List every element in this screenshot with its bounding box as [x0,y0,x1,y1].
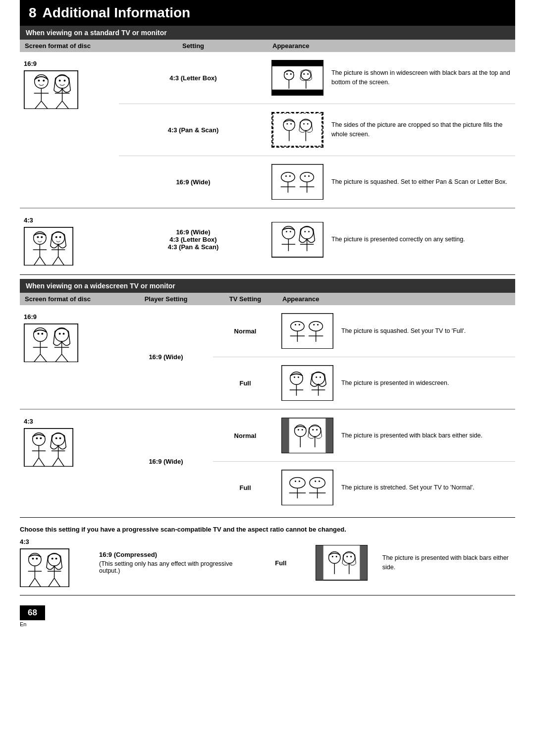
svg-point-109 [316,377,317,378]
progressive-thumb [20,548,69,587]
page-lang: En [20,621,515,627]
player-setting-wide-43-label: 16:9 (Wide) [149,458,183,465]
appear-text-normal-1: The picture is squashed. Set your TV to … [337,305,515,357]
col-header-format-w: Screen format of disc [20,293,119,305]
people-svg-wide [24,71,78,109]
progressive-section: 4:3 [20,538,515,595]
appear-text-full-2: The picture is stretched. Set your TV to… [337,462,515,514]
setting-letterbox-label: 4:3 (Letter Box) [169,74,216,82]
setting-cell-wide-std: 16:9 (Wide) [119,156,268,209]
progressive-people-svg [20,549,69,587]
thumb-blackbars-w [281,418,333,453]
player-setting-wide-w-label: 16:9 (Wide) [149,353,183,361]
svg-point-170 [332,556,333,557]
col-header-appearance-w: Appearance [277,293,515,305]
people-svg-43 [24,227,73,265]
svg-rect-37 [272,164,323,200]
svg-point-146 [315,481,316,482]
format-cell-43-w: 4:3 [20,409,119,513]
table-row: 16:9 [20,305,515,357]
svg-point-68 [290,231,291,232]
format-label-169: 16:9 [24,60,115,67]
appear-img-normal-2 [277,409,337,462]
svg-point-35 [303,123,305,125]
svg-rect-18 [272,90,323,96]
svg-point-147 [319,481,320,482]
svg-point-62 [59,236,61,238]
widescreen-tv-table: Screen format of disc Player Setting TV … [20,293,515,513]
standard-tv-header: When viewing on a standard TV or monitor [20,26,515,40]
progressive-appear-svg [316,545,367,580]
player-setting-wide-w: 16:9 (Wide) [119,305,213,409]
section-divider [20,274,515,275]
format-cell-43-std: 4:3 [20,208,119,270]
svg-point-125 [59,437,61,439]
thumb-43-disc [24,227,73,266]
tv-setting-full-2: Full [213,462,277,514]
svg-rect-165 [360,545,367,580]
svg-point-110 [320,377,321,378]
letterbox-svg [272,60,323,96]
svg-point-88 [63,332,65,334]
setting-cell-panscan: 4:3 (Pan & Scan) [119,104,268,156]
svg-point-67 [286,231,287,232]
player-setting-wide-43: 16:9 (Wide) [119,409,213,513]
svg-point-61 [55,236,57,238]
tv-setting-normal-1: Normal [213,305,277,357]
svg-point-44 [285,175,287,177]
appear-text-normal-2: The picture is presented with black bars… [337,409,515,462]
svg-rect-128 [325,418,333,453]
setting-43-wide-label: 16:9 (Wide) [123,228,264,236]
svg-point-45 [289,175,291,177]
col-header-player-setting: Player Setting [119,293,213,305]
svg-point-55 [41,236,43,238]
thumb-43-all [271,222,323,258]
progressive-setting-col: 16:9 (Compressed) (This setting only has… [99,551,246,574]
table-row: 4:3 [20,208,515,270]
thumb-squashed-w [281,313,333,349]
svg-point-145 [299,481,300,482]
page-footer: 68 En [20,605,515,657]
table-row: 4:3 [20,409,515,462]
progressive-format-col: 4:3 [20,538,89,587]
thumb-wide-std [271,164,323,200]
progressive-tv-setting: Full [275,559,286,567]
thumb-43-w [24,428,73,467]
thumb-stretched-w [281,470,333,505]
svg-point-54 [37,236,39,238]
svg-point-14 [59,79,61,81]
svg-point-15 [64,79,66,81]
svg-rect-137 [282,470,333,505]
bottom-note: Choose this setting if you have a progre… [20,526,515,533]
appearance-img-43-all [268,208,327,270]
svg-point-8 [43,79,45,81]
svg-point-33 [286,123,288,125]
widescreen-w-svg [282,366,333,401]
people-wide-w-svg [24,324,78,362]
svg-rect-163 [316,545,367,580]
thumb-panscan [271,112,323,148]
svg-point-135 [312,429,314,431]
svg-rect-17 [272,60,323,66]
col-header-appearance: Appearance [268,40,515,52]
svg-point-26 [307,73,309,75]
svg-rect-127 [282,418,289,453]
svg-point-154 [32,557,34,559]
svg-point-7 [38,79,40,81]
svg-point-134 [302,429,303,431]
setting-43-panscan-label: 4:3 (Pan & Scan) [123,243,264,251]
progressive-setting-sub: (This setting only has any effect with p… [99,560,246,574]
format-label-43-w: 4:3 [24,418,115,425]
svg-point-34 [290,123,292,125]
setting-cell-43-all: 16:9 (Wide) 4:3 (Letter Box) 4:3 (Pan & … [119,208,268,270]
svg-rect-0 [24,71,78,109]
setting-wide-std-label: 16:9 (Wide) [176,178,210,186]
stretched-w-svg [282,470,333,505]
blackbars-w-svg [282,418,333,453]
col-header-tv-setting: TV Setting [213,293,277,305]
appear-text-full-1: The picture is presented in widescreen. [337,357,515,410]
svg-point-155 [36,557,38,559]
svg-point-80 [38,332,40,334]
progressive-appear-text: The picture is presented with black bars… [382,553,515,572]
format-cell-169: 16:9 [20,52,119,208]
